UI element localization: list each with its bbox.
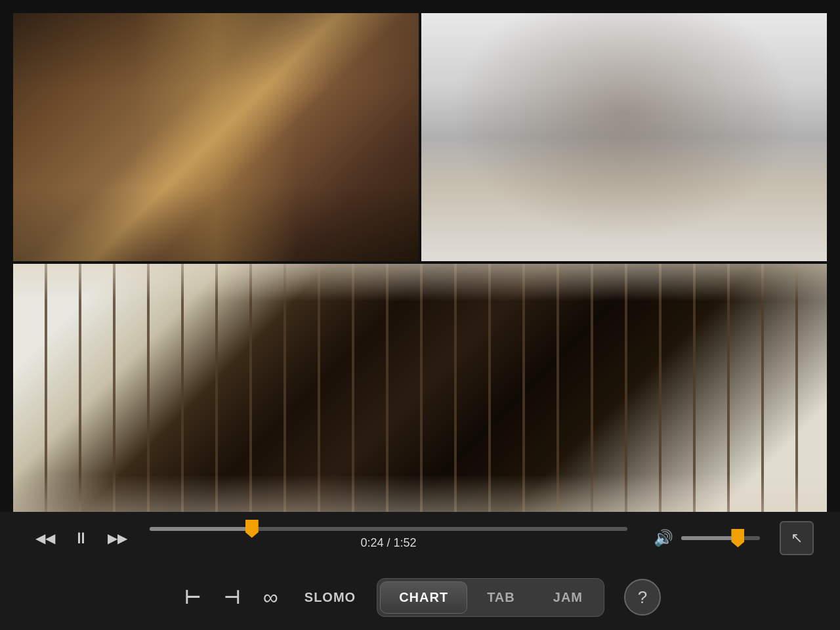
- pause-button[interactable]: [64, 529, 98, 547]
- volume-thumb[interactable]: [731, 529, 744, 547]
- mode-chart-button[interactable]: CHART: [380, 581, 467, 614]
- volume-fill: [681, 536, 738, 540]
- bottom-bar: ⊢ ⊣ ∞ SLOMO CHART TAB JAM ?: [0, 564, 840, 630]
- fastforward-button[interactable]: [98, 530, 136, 547]
- fullscreen-button[interactable]: ↖: [780, 521, 814, 555]
- mode-jam-button[interactable]: JAM: [535, 582, 601, 613]
- step-back-icon: ⊣: [224, 587, 240, 608]
- loop-icon: ∞: [263, 585, 278, 610]
- seek-fill: [150, 527, 252, 531]
- volume-track[interactable]: [681, 536, 760, 540]
- video-area: [0, 0, 840, 512]
- rewind-icon: [35, 530, 55, 547]
- step-back-button[interactable]: ⊣: [219, 581, 245, 614]
- rewind-button[interactable]: [26, 530, 64, 547]
- step-forward-button[interactable]: ⊢: [179, 581, 205, 614]
- seek-area: 0:24 / 1:52: [136, 527, 640, 550]
- fastforward-icon: [108, 530, 127, 547]
- time-display: 0:24 / 1:52: [360, 536, 416, 550]
- slomo-button[interactable]: SLOMO: [297, 585, 364, 610]
- fullscreen-icon: ↖: [791, 530, 803, 547]
- video-panel-neck-closeup: [13, 264, 827, 512]
- seek-thumb[interactable]: [245, 520, 259, 538]
- controls-bar: 0:24 / 1:52 🔊 ↖: [0, 512, 840, 564]
- loop-button[interactable]: ∞: [258, 580, 284, 615]
- seek-track[interactable]: [150, 527, 627, 531]
- video-panel-guitar-closeup: [13, 13, 419, 261]
- help-button[interactable]: ?: [624, 579, 661, 616]
- mode-switcher: CHART TAB JAM: [377, 578, 604, 617]
- volume-area: 🔊: [640, 529, 773, 547]
- video-panel-player-full: [421, 13, 827, 261]
- step-forward-icon: ⊢: [184, 587, 200, 608]
- volume-icon: 🔊: [654, 529, 673, 547]
- mode-tab-button[interactable]: TAB: [469, 582, 534, 613]
- pause-icon: [74, 529, 89, 547]
